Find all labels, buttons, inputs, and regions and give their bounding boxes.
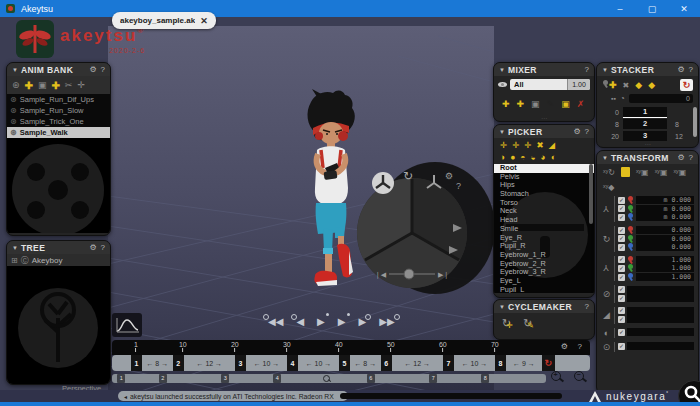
- mixer-weight-value[interactable]: 1.00: [567, 79, 590, 90]
- key-icon[interactable]: [627, 196, 634, 204]
- key-icon[interactable]: [627, 273, 634, 281]
- anim-list-item[interactable]: ⊛ Sample_Run_Dif_Ups: [7, 94, 110, 105]
- translate-value[interactable]: m 0.000: [636, 205, 694, 213]
- go-start-button[interactable]: ◀◀: [268, 316, 283, 327]
- timeline-ruler[interactable]: ⚙ ? 1 10 20 30 40: [112, 340, 590, 355]
- gear-icon[interactable]: ⚙: [89, 243, 96, 252]
- mirror-anim-icon[interactable]: ✛: [77, 80, 85, 90]
- zoom-out-icon[interactable]: −: [573, 370, 588, 385]
- keyframe-number[interactable]: 7: [443, 355, 454, 371]
- checkbox-icon[interactable]: ✓: [618, 244, 625, 251]
- checkbox-icon[interactable]: ✓: [618, 316, 625, 323]
- scale-value[interactable]: 1.000: [636, 256, 694, 264]
- zoom-in-icon[interactable]: +: [550, 370, 565, 385]
- xy-paste-icon[interactable]: ˣʸ▣: [655, 168, 668, 177]
- zoombar-marker[interactable]: 1: [117, 374, 125, 383]
- next-key-button[interactable]: ▶: [359, 316, 367, 327]
- checkbox-icon[interactable]: ✓: [618, 329, 625, 336]
- keyframe-segment[interactable]: 7 ← 10 →: [443, 355, 495, 371]
- timeline-help-icon[interactable]: ?: [578, 342, 582, 351]
- expand-icon[interactable]: ⊞: [11, 256, 18, 265]
- help-icon[interactable]: ?: [585, 65, 589, 74]
- deselect-icon[interactable]: ✖: [536, 140, 543, 150]
- checkbox-icon[interactable]: ✓: [618, 343, 625, 350]
- spinner-widget[interactable]: ↻ ⚙ ? ❘◀ ▶❘: [345, 158, 495, 308]
- delete-key-icon[interactable]: ✖: [623, 81, 630, 90]
- delete-icon[interactable]: ✗: [577, 99, 585, 109]
- zoombar-magnifier-icon[interactable]: [322, 374, 332, 383]
- rotate-value[interactable]: 0.000: [636, 226, 694, 234]
- collapse-icon[interactable]: ▼: [602, 67, 608, 73]
- zoombar-marker[interactable]: 3: [221, 374, 229, 383]
- zoombar-marker[interactable]: 7: [429, 374, 437, 383]
- collapse-icon[interactable]: ▼: [12, 245, 18, 251]
- key-icon[interactable]: [627, 243, 634, 251]
- collapse-icon[interactable]: ▼: [499, 67, 505, 73]
- add-layer-icon[interactable]: ✚: [517, 99, 525, 109]
- keyframe-span[interactable]: ← 9 →: [506, 355, 542, 371]
- prev-key-icon[interactable]: ◆: [648, 80, 655, 90]
- duplicate-icon[interactable]: ▣: [531, 99, 540, 109]
- keyframe-span[interactable]: ← 12 →: [392, 355, 443, 371]
- orient-icon-2[interactable]: ●: [510, 152, 515, 162]
- key-icon[interactable]: [627, 205, 634, 213]
- keyframe-span[interactable]: ← 10 →: [298, 355, 339, 371]
- keyframe-span[interactable]: ← 8 →: [142, 355, 173, 371]
- keyframe-segment[interactable]: 4 ← 10 →: [287, 355, 339, 371]
- play-button[interactable]: ▶: [317, 316, 325, 327]
- key-icon[interactable]: [627, 235, 634, 243]
- zoombar-marker[interactable]: 4: [273, 374, 281, 383]
- anim-list-item[interactable]: ⊛ Sample_Trick_One: [7, 116, 110, 127]
- gear-icon[interactable]: ⚙: [573, 127, 580, 136]
- zoombar-marker[interactable]: 8: [481, 374, 489, 383]
- stack-row[interactable]: 8 2 8: [603, 118, 688, 130]
- key-icon[interactable]: [627, 264, 634, 272]
- rotate-value[interactable]: 0.000: [636, 243, 694, 251]
- collapse-icon[interactable]: ▼: [602, 155, 608, 161]
- translate-value[interactable]: m 0.000: [636, 196, 694, 204]
- checkbox-icon[interactable]: ✓: [618, 307, 625, 314]
- tree-root-item[interactable]: ⊞ Ⓒ Akeyboy: [7, 254, 110, 266]
- checkbox-icon[interactable]: ✓: [618, 274, 625, 281]
- help-icon[interactable]: ?: [585, 127, 589, 136]
- tab-close-icon[interactable]: ✕: [200, 16, 208, 26]
- checkbox-icon[interactable]: ✓: [618, 214, 625, 221]
- keyframe-number[interactable]: 5: [339, 355, 350, 371]
- add-key-icon[interactable]: ✚: [602, 80, 617, 90]
- document-tab[interactable]: akeyboy_sample.ak ✕: [112, 12, 216, 29]
- pen-icon[interactable]: ✎: [547, 99, 555, 109]
- anim-list-item[interactable]: ⊛ Sample_Walk: [7, 127, 110, 138]
- gear-icon[interactable]: ⚙: [677, 65, 684, 74]
- checkbox-icon[interactable]: ✓: [618, 265, 625, 272]
- keyframe-bar[interactable]: 1 ← 8 → 2 ← 12 → 3 ← 10 → 4: [112, 355, 590, 371]
- minimize-button[interactable]: –: [604, 4, 636, 14]
- keyframe-span[interactable]: ← 10 →: [454, 355, 495, 371]
- help-icon[interactable]: ?: [101, 65, 105, 74]
- help-icon[interactable]: ?: [585, 302, 589, 311]
- copy-icon[interactable]: ▣: [561, 99, 570, 109]
- extra-value[interactable]: [627, 342, 694, 350]
- checkbox-icon[interactable]: ✓: [618, 256, 625, 263]
- keyframe-number[interactable]: 8: [495, 355, 506, 371]
- cut-anim-icon[interactable]: ✂: [65, 80, 73, 90]
- translate-value[interactable]: m 0.000: [636, 213, 694, 221]
- keyframe-number[interactable]: 6: [381, 355, 392, 371]
- orient-icon-1[interactable]: ◑: [500, 152, 505, 162]
- joint-list-item[interactable]: Pupil_L: [494, 286, 594, 293]
- prev-key-button[interactable]: ◀: [296, 316, 304, 327]
- keyframe-span[interactable]: ← 10 →: [246, 355, 287, 371]
- checkbox-icon[interactable]: ✓: [618, 295, 625, 302]
- scale-value[interactable]: 1.000: [636, 264, 694, 272]
- zoombar-marker[interactable]: 2: [159, 374, 167, 383]
- orient-icon-6[interactable]: ◐: [551, 152, 556, 162]
- keyframe-segment[interactable]: 3 ← 10 →: [235, 355, 287, 371]
- extra-value[interactable]: [627, 286, 694, 294]
- go-end-button[interactable]: ▶▶: [379, 316, 394, 327]
- help-icon[interactable]: ?: [689, 153, 693, 162]
- xy-reset-icon[interactable]: ˣʸ↻: [603, 168, 615, 177]
- stack-index[interactable]: 2: [623, 119, 667, 129]
- polish-cycle-icon[interactable]: ↻✎: [523, 317, 532, 330]
- stacker-counter[interactable]: 0: [629, 94, 693, 103]
- eye-icon[interactable]: [498, 82, 507, 87]
- collapse-icon[interactable]: ▼: [12, 67, 18, 73]
